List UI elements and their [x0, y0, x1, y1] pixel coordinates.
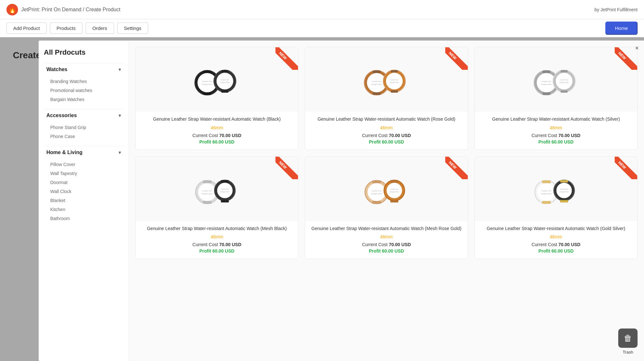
svg-rect-17	[373, 92, 380, 95]
svg-rect-59	[390, 200, 398, 202]
sidebar-item-phone-stand-grip[interactable]: Phone Stand Grip	[49, 123, 118, 132]
category-accessories: Accessories ▾ Phone Stand Grip Phone Cas…	[44, 109, 123, 143]
svg-text:Create Your: Create Your	[541, 190, 552, 192]
product-cost-2: Current Cost 70.00 USD	[362, 133, 411, 138]
category-name-home-living: Home & Living	[46, 150, 82, 155]
svg-rect-23	[391, 90, 398, 93]
products-modal: × All Prdocuts Watches ▾ Branding Watche…	[39, 41, 644, 361]
product-cost-4: Current Cost 70.00 USD	[192, 242, 241, 247]
category-watches: Watches ▾ Branding Watches Promotional w…	[44, 63, 123, 106]
sidebar-item-doormat[interactable]: Doormat	[49, 178, 118, 187]
sidebar-item-bargain-watches[interactable]: Bargain Watches	[49, 95, 118, 104]
product-card-3[interactable]: Create Your Design Here Create Your Desi…	[475, 47, 638, 150]
svg-text:Create Your: Create Your	[541, 80, 552, 82]
products-button[interactable]: Products	[50, 23, 82, 34]
product-image-6: Create Your Design Here Create Your Desi…	[475, 157, 637, 221]
watch-image-rosegold: Create Your Design Here Create Your Desi…	[357, 54, 415, 105]
product-name-5: Genuine Leather Strap Water-resistant Au…	[312, 226, 462, 232]
svg-rect-35	[561, 90, 568, 93]
product-name-3: Genuine Leather Strap Water-resistant Au…	[492, 116, 620, 123]
category-header-watches[interactable]: Watches ▾	[44, 63, 123, 76]
svg-text:Design Here: Design Here	[560, 81, 569, 83]
add-product-button[interactable]: Add Product	[6, 23, 47, 34]
svg-text:Create Your: Create Your	[202, 190, 212, 192]
sidebar-item-pillow-cover[interactable]: Pillow Cover	[49, 160, 118, 169]
modal-close-button[interactable]: ×	[635, 44, 639, 52]
svg-text:Create Your: Create Your	[560, 79, 569, 81]
product-card-4[interactable]: Create Your Design Here Create Your Desi…	[135, 156, 298, 259]
product-info-5: Genuine Leather Strap Water-resistant Au…	[305, 221, 467, 259]
sidebar-item-wall-clock[interactable]: Wall Clock	[49, 187, 118, 196]
product-image-1: Create Your Design Here Create Your Desi…	[136, 47, 298, 112]
svg-rect-58	[390, 180, 398, 182]
svg-rect-22	[391, 70, 398, 72]
product-size-5: 46mm	[380, 234, 393, 239]
svg-rect-41	[203, 201, 211, 204]
accessories-items: Phone Stand Grip Phone Case	[44, 122, 123, 143]
sidebar-item-blanket[interactable]: Blanket	[49, 196, 118, 205]
product-profit-6: Profit 60.00 USD	[538, 248, 573, 254]
product-size-1: 46mm	[211, 125, 223, 130]
category-home-living: Home & Living ▾ Pillow Cover Wall Tapest…	[44, 146, 123, 226]
home-living-items: Pillow Cover Wall Tapestry Doormat Wall …	[44, 159, 123, 226]
svg-text:Create Your: Create Your	[372, 80, 382, 82]
settings-button[interactable]: Settings	[117, 23, 148, 34]
product-profit-2: Profit 60.00 USD	[369, 139, 404, 144]
trash-button[interactable]: 🗑	[618, 329, 638, 348]
product-size-4: 46mm	[211, 234, 223, 239]
watches-items: Branding Watches Promotional watches Bar…	[44, 76, 123, 106]
product-image-4: Create Your Design Here Create Your Desi…	[136, 157, 298, 221]
category-header-accessories[interactable]: Accessories ▾	[44, 109, 123, 122]
product-card-5[interactable]: Create Your Design Here Create Your Desi…	[305, 156, 468, 259]
svg-point-7	[216, 73, 233, 89]
sidebar: All Prdocuts Watches ▾ Branding Watches …	[39, 41, 129, 361]
watch-image-black: Create Your Design Here Create Your Desi…	[188, 54, 246, 105]
product-info-4: Genuine Leather Strap Water-resistant Au…	[136, 221, 298, 259]
svg-text:Create Your: Create Your	[390, 188, 399, 190]
svg-rect-4	[203, 70, 211, 73]
product-info-1: Genuine Leather Strap Water-resistant Au…	[136, 112, 298, 150]
svg-rect-65	[542, 201, 551, 204]
svg-point-37	[198, 183, 216, 201]
svg-rect-40	[203, 181, 211, 183]
product-card-1[interactable]: Create Your Design Here Create Your Desi…	[135, 47, 298, 150]
svg-text:Design Here: Design Here	[390, 81, 399, 83]
sidebar-item-kitchen[interactable]: Kitchen	[49, 205, 118, 214]
svg-rect-34	[561, 70, 568, 72]
svg-text:Design Here: Design Here	[541, 193, 552, 195]
svg-rect-5	[203, 92, 211, 95]
brand-area: 🔥 JetPrint: Print On Demand / Create Pro…	[6, 4, 120, 15]
product-profit-4: Profit 60.00 USD	[199, 248, 235, 254]
product-size-3: 46mm	[550, 125, 562, 130]
brand-title: JetPrint: Print On Demand / Create Produ…	[21, 7, 120, 13]
new-badge-2	[445, 47, 468, 70]
svg-point-43	[217, 183, 233, 198]
trash-label: Trash	[623, 350, 633, 355]
svg-text:Design Here: Design Here	[390, 191, 399, 193]
product-size-2: 46mm	[380, 125, 393, 130]
svg-text:Design Here: Design Here	[371, 83, 382, 85]
product-card-2[interactable]: Create Your Design Here Create Your Desi…	[305, 47, 468, 150]
svg-point-55	[387, 183, 402, 198]
watch-image-mesh-black: Create Your Design Here Create Your Desi…	[188, 163, 246, 215]
svg-text:Design Here: Design Here	[560, 191, 569, 193]
home-button[interactable]: Home	[605, 22, 638, 35]
sidebar-item-promotional-watches[interactable]: Promotional watches	[49, 86, 118, 95]
sidebar-item-phone-case[interactable]: Phone Case	[49, 132, 118, 141]
product-card-6[interactable]: Create Your Design Here Create Your Desi…	[475, 156, 638, 259]
category-header-home-living[interactable]: Home & Living ▾	[44, 146, 123, 159]
products-grid: Create Your Design Here Create Your Desi…	[135, 47, 638, 259]
sidebar-item-wall-tapestry[interactable]: Wall Tapestry	[49, 169, 118, 178]
watch-image-gold-silver: Create Your Design Here Create Your Desi…	[527, 163, 585, 215]
brand-logo: 🔥	[6, 4, 18, 15]
orders-button[interactable]: Orders	[86, 23, 114, 34]
product-image-5: Create Your Design Here Create Your Desi…	[305, 157, 467, 221]
topbar: 🔥 JetPrint: Print On Demand / Create Pro…	[0, 0, 644, 19]
new-badge-6	[615, 157, 637, 179]
sidebar-item-bathroom[interactable]: Bathroom	[49, 214, 118, 223]
sidebar-item-branding-watches[interactable]: Branding Watches	[49, 77, 118, 86]
svg-text:Design Here: Design Here	[220, 81, 229, 83]
svg-point-19	[386, 73, 403, 89]
product-size-6: 46mm	[550, 234, 562, 239]
product-info-2: Genuine Leather Strap Water-resistant Au…	[305, 112, 467, 150]
